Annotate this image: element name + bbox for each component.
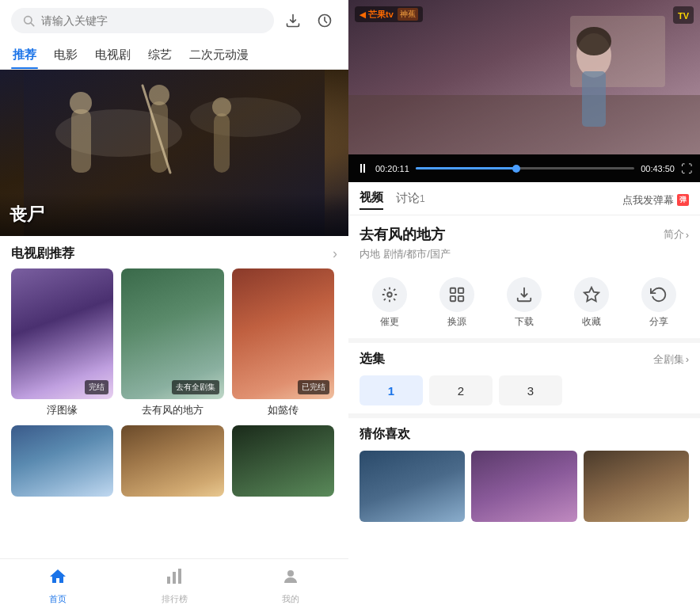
fullscreen-btn[interactable]: ⛶	[681, 162, 692, 175]
tab-recommend[interactable]: 推荐	[11, 41, 38, 69]
svg-rect-14	[173, 572, 176, 584]
drama-name-3: 如懿传	[232, 403, 334, 417]
svg-rect-26	[451, 296, 455, 301]
history-btn[interactable]	[312, 8, 337, 33]
share-icon	[641, 277, 676, 312]
intro-link[interactable]: 简介 ›	[664, 227, 689, 242]
drama-badge-3: 已完结	[298, 380, 329, 394]
tab-variety[interactable]: 综艺	[146, 41, 173, 69]
tab-movie[interactable]: 电影	[52, 41, 79, 69]
home-icon	[48, 567, 67, 591]
video-frame	[348, 0, 700, 154]
drama-list: 完结 浮图缘 去有全剧集 去有风的地方 已完结 如懿传	[0, 268, 348, 417]
download-btn[interactable]	[280, 8, 306, 33]
drama-title: 去有风的地方	[360, 225, 445, 244]
svg-point-23	[387, 292, 392, 297]
rec-card-1[interactable]	[360, 451, 465, 522]
nav-home[interactable]: 首页	[0, 564, 116, 608]
nav-ranking[interactable]: 排行榜	[116, 564, 233, 608]
action-share[interactable]: 分享	[630, 277, 689, 329]
danmu-btn[interactable]: 点我发弹幕 弹	[622, 193, 689, 208]
svg-rect-18	[348, 95, 700, 154]
episode-all-arrow: ›	[686, 353, 689, 365]
right-panel: ◀ 芒果tv 神蕉 TV ⏸ 00:20:11 00:43:50 ⛶ 视频 讨论…	[348, 0, 700, 613]
episode-btn-1[interactable]: 1	[360, 375, 423, 405]
drama-section-title: 电视剧推荐	[11, 246, 74, 262]
drama-title-row: 去有风的地方 简介 ›	[360, 225, 689, 244]
svg-rect-27	[458, 296, 463, 301]
nav-ranking-label: 排行榜	[162, 593, 188, 605]
banner-overlay: 丧尸	[0, 193, 348, 236]
nav-mine-label: 我的	[282, 593, 299, 605]
huanyuan-label: 换源	[447, 315, 466, 329]
drama-card-img-3: 已完结	[232, 268, 334, 399]
banner-area[interactable]: 丧尸	[0, 70, 348, 236]
intro-arrow-icon: ›	[686, 229, 689, 241]
svg-rect-6	[71, 109, 91, 173]
video-content: ◀ 芒果tv 神蕉 TV	[348, 0, 700, 154]
action-btns: 催更 换源 下载	[348, 277, 700, 338]
svg-point-5	[190, 97, 301, 137]
drama-section-header: 电视剧推荐 ›	[0, 236, 348, 268]
second-card-1[interactable]	[11, 425, 113, 497]
svg-point-7	[70, 92, 92, 114]
episode-section: 选集 全剧集 › 1 2 3	[348, 338, 700, 413]
download-action-icon	[507, 277, 542, 312]
svg-point-9	[149, 85, 169, 105]
episode-btn-2[interactable]: 2	[429, 375, 493, 405]
nav-home-label: 首页	[49, 593, 67, 605]
drama-name-2: 去有风的地方	[121, 403, 223, 417]
total-time: 00:43:50	[641, 164, 675, 173]
bottom-nav: 首页 排行榜 我的	[0, 558, 348, 613]
discussion-count: 1	[420, 193, 425, 204]
content-scroll[interactable]: 去有风的地方 简介 › 内地 剧情/都市/国产 催更	[348, 215, 700, 613]
drama-card-3[interactable]: 已完结 如懿传	[232, 268, 334, 417]
pause-btn[interactable]: ⏸	[356, 162, 369, 176]
action-download[interactable]: 下载	[494, 277, 554, 329]
svg-point-11	[212, 97, 231, 116]
drama-card-2[interactable]: 去有全剧集 去有风的地方	[121, 268, 223, 417]
tab-discussion[interactable]: 讨论1	[396, 191, 425, 209]
second-card-3[interactable]	[232, 425, 334, 497]
svg-rect-21	[582, 71, 606, 127]
tab-tvshow[interactable]: 电视剧	[93, 41, 132, 69]
nav-tabs: 推荐 电影 电视剧 综艺 二次元动漫	[0, 41, 348, 70]
action-collect[interactable]: 收藏	[562, 277, 622, 329]
video-tabs: 视频 讨论1 点我发弹幕 弹	[348, 182, 700, 215]
episode-all-btn[interactable]: 全剧集 ›	[653, 352, 689, 367]
video-player[interactable]: ◀ 芒果tv 神蕉 TV ⏸ 00:20:11 00:43:50 ⛶	[348, 0, 700, 182]
second-card-2[interactable]	[121, 425, 223, 497]
nav-mine[interactable]: 我的	[232, 564, 348, 608]
drama-card-1[interactable]: 完结 浮图缘	[11, 268, 113, 417]
drama-badge-2: 去有全剧集	[172, 380, 219, 394]
ranking-icon	[165, 567, 184, 591]
progress-bar[interactable]	[416, 167, 634, 169]
episode-btn-3[interactable]: 3	[499, 375, 562, 405]
recommend-section: 猜你喜欢	[348, 413, 700, 530]
action-cuigeng[interactable]: 催更	[360, 277, 419, 329]
banner-image: 丧尸	[0, 70, 348, 236]
episode-header: 选集 全剧集 ›	[360, 351, 689, 367]
drama-badge-1: 完结	[85, 380, 108, 394]
progress-fill	[416, 167, 516, 169]
svg-rect-15	[178, 569, 181, 584]
vip-text: TV	[678, 11, 689, 21]
search-wrapper[interactable]	[11, 8, 274, 33]
svg-rect-10	[214, 113, 230, 173]
tab-video[interactable]: 视频	[360, 190, 383, 210]
search-input[interactable]	[41, 14, 263, 27]
recommend-grid	[360, 451, 689, 522]
episode-title: 选集	[360, 351, 385, 367]
danmu-badge: 弹	[677, 194, 689, 206]
drama-card-img-2: 去有全剧集	[121, 268, 223, 399]
rec-card-3[interactable]	[584, 451, 689, 522]
svg-marker-28	[584, 287, 599, 301]
tab-anime[interactable]: 二次元动漫	[188, 41, 250, 69]
rec-card-2[interactable]	[471, 451, 576, 522]
progress-dot	[512, 165, 520, 173]
section-arrow-icon[interactable]: ›	[333, 246, 337, 262]
action-huanyuan[interactable]: 换源	[427, 277, 486, 329]
drama-card-img-1: 完结	[11, 268, 113, 399]
platform-tag: 神蕉	[398, 8, 418, 21]
huanyuan-icon	[439, 277, 474, 312]
